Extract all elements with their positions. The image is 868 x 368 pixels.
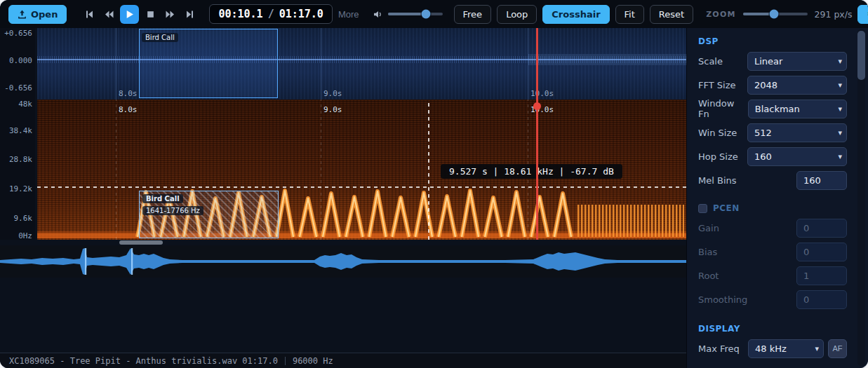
more-button[interactable]: More (338, 9, 359, 20)
rewind-button[interactable] (100, 6, 117, 22)
time-label: 8.0s (119, 89, 138, 98)
gridline (116, 28, 116, 100)
root-label: Root (698, 271, 719, 281)
frequency-axis: 48k 38.4k 28.8k 19.2k 9.6k 0Hz (0, 100, 35, 240)
freq-label: 28.8k (9, 155, 32, 164)
fft-size-row: FFT Size 2048 (698, 73, 847, 97)
display-heading: DISPLAY (698, 324, 847, 334)
time-total: 01:17.0 (279, 8, 323, 20)
loop-button[interactable]: Loop (497, 5, 537, 24)
time-label: 8.0s (119, 105, 138, 114)
empty-area (0, 278, 686, 353)
hop-size-label: Hop Size (698, 151, 738, 162)
gridline (321, 100, 321, 240)
fft-size-label: FFT Size (698, 80, 736, 90)
selection-range: 1641-17766 Hz (142, 206, 203, 215)
freq-label: 9.6k (14, 214, 33, 223)
stop-icon (146, 10, 155, 19)
minimap-waveform-dense (528, 54, 686, 65)
volume-slider[interactable] (388, 13, 443, 15)
skip-end-icon (185, 10, 194, 19)
freq-label: 38.4k (9, 126, 32, 135)
window-fn-row: Window Fn Blackman (698, 97, 847, 121)
smoothing-label: Smoothing (698, 294, 747, 305)
app-window: Open 00:10.1 / 01:17.0 (0, 0, 868, 368)
waveform-minimap[interactable]: 8.0s 9.0s 10.0s Bird Call (37, 28, 686, 100)
time-label: 10.0s (530, 89, 554, 98)
gridline (321, 28, 321, 100)
root-input (796, 266, 847, 285)
time-separator: / (268, 8, 274, 20)
waveform-graphic (0, 245, 686, 278)
zoom-label: ZOOM (706, 10, 735, 19)
zoom-value: 291 px/s (815, 9, 853, 20)
fft-size-select[interactable]: 2048 (747, 76, 847, 95)
window-fn-label: Window Fn (698, 98, 748, 119)
horizontal-scrollbar-thumb[interactable] (119, 240, 163, 245)
fast-forward-icon (166, 10, 175, 19)
smoothing-row: Smoothing (698, 287, 847, 311)
rewind-icon (105, 10, 114, 19)
gridline (116, 100, 116, 240)
spectrogram[interactable]: 8.0s 9.0s 10.0s 9.527 s | 18.61 kHz | -6… (37, 100, 686, 240)
time-label: 9.0s (323, 89, 342, 98)
win-size-label: Win Size (698, 128, 737, 138)
pcen-checkbox[interactable] (698, 204, 707, 213)
root-row: Root (698, 264, 847, 287)
win-size-select[interactable]: 512 (747, 123, 847, 142)
volume-slider-fill (388, 13, 427, 15)
amp-label: 0.000 (9, 56, 32, 65)
sample-rate: 96000 Hz (293, 356, 333, 366)
freq-label: 0Hz (18, 231, 32, 240)
skip-start-button[interactable] (81, 6, 98, 22)
hop-size-select[interactable]: 160 (747, 147, 847, 166)
file-info: XC1089065 - Tree Pipit - Anthus triviali… (9, 356, 278, 366)
volume-slider-thumb[interactable] (422, 10, 431, 19)
volume-control[interactable] (373, 10, 443, 19)
amp-label: +0.656 (4, 29, 32, 38)
bias-input (796, 243, 847, 261)
settings-button[interactable]: ⚙ Settings (857, 5, 868, 24)
main-area: +0.656 0.000 -0.656 8.0s 9.0s 10.0s Bird… (0, 28, 868, 368)
spectrogram-selection[interactable]: Bird Call 1641-17766 Hz (139, 191, 279, 238)
status-divider (285, 357, 286, 365)
scale-select[interactable]: Linear (747, 52, 847, 71)
open-button[interactable]: Open (8, 5, 67, 24)
panel-scrollbar-thumb[interactable] (857, 31, 865, 80)
gain-row: Gain (698, 216, 847, 240)
content-area: +0.656 0.000 -0.656 8.0s 9.0s 10.0s Bird… (0, 28, 686, 368)
selection-label: Bird Call (142, 33, 178, 42)
panel-scrollbar[interactable] (857, 29, 865, 366)
max-freq-select[interactable]: 48 kHz (748, 339, 824, 358)
playhead[interactable] (536, 100, 538, 240)
win-size-row: Win Size 512 (698, 121, 847, 144)
dsp-heading: DSP (698, 36, 847, 46)
stop-button[interactable] (142, 6, 159, 22)
crosshair-button[interactable]: Crosshair (542, 5, 609, 24)
zoom-slider-thumb[interactable] (769, 10, 778, 19)
skip-end-button[interactable] (181, 6, 198, 22)
fast-forward-button[interactable] (161, 6, 178, 22)
play-button[interactable] (120, 5, 139, 24)
zoom-slider[interactable] (743, 13, 808, 15)
playhead-handle[interactable] (533, 102, 541, 110)
mel-bins-input[interactable] (796, 171, 847, 190)
navigation-waveform[interactable] (0, 245, 686, 278)
reset-button[interactable]: Reset (650, 5, 693, 24)
af-button[interactable]: AF (828, 339, 847, 358)
free-button[interactable]: Free (454, 5, 492, 24)
window-fn-select[interactable]: Blackman (748, 100, 847, 118)
fit-button[interactable]: Fit (615, 5, 644, 24)
selection-label: Bird Call (142, 194, 183, 203)
mel-bins-label: Mel Bins (698, 175, 737, 186)
minimap-selection[interactable]: Bird Call (139, 29, 278, 98)
volume-icon (373, 10, 382, 19)
scale-label: Scale (698, 56, 723, 67)
play-icon (125, 10, 134, 19)
amp-label: -0.656 (4, 83, 32, 93)
gain-label: Gain (698, 223, 719, 233)
freq-label: 19.2k (9, 184, 32, 193)
amplitude-axis: +0.656 0.000 -0.656 (0, 28, 35, 100)
settings-panel: DSP Scale Linear FFT Size 2048 Window Fn… (686, 28, 868, 368)
playhead[interactable] (536, 28, 538, 100)
